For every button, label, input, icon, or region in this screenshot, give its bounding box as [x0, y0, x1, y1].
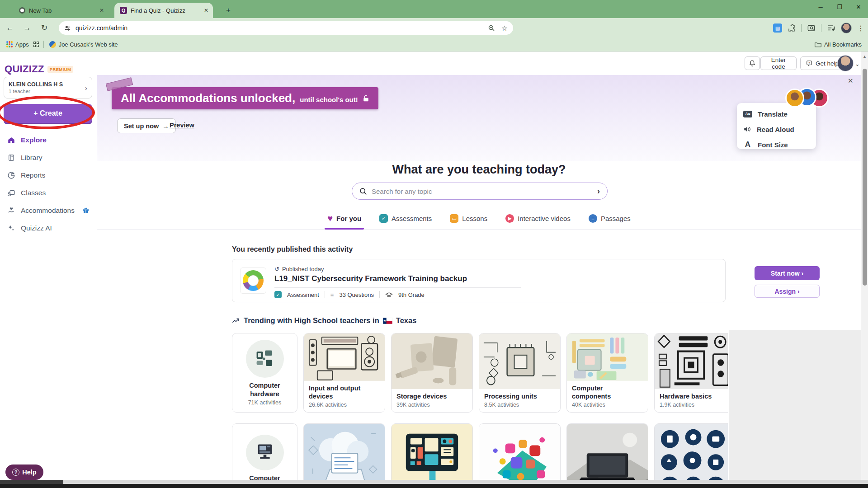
address-bar[interactable]: quizizz.com/admin ☆ [59, 21, 513, 35]
scroll-up-icon[interactable]: ▲ [863, 54, 867, 59]
scrollbar-thumb[interactable] [863, 69, 867, 286]
vertical-scrollbar[interactable]: ▲ [861, 52, 868, 488]
extensions-icon[interactable] [788, 24, 796, 32]
topic-card-input-output[interactable]: Input and output devices 26.6K activitie… [303, 333, 385, 413]
search-submit-icon[interactable]: › [597, 187, 600, 196]
all-bookmarks[interactable]: All Bookmarks [815, 41, 862, 48]
topic-card[interactable] [566, 423, 648, 480]
notifications-button[interactable] [745, 56, 760, 70]
quizizz-favicon-icon: Q [120, 7, 127, 14]
book-icon [7, 154, 15, 162]
side-search-icon[interactable] [807, 24, 816, 33]
preview-link[interactable]: Preview [170, 122, 194, 129]
apps-grid-icon[interactable] [6, 41, 13, 47]
assign-button[interactable]: Assign › [755, 285, 820, 298]
school-selector[interactable]: KLEIN COLLINS H S 1 teacher › [4, 77, 92, 99]
topic-card[interactable] [303, 423, 385, 480]
assessment-icon: ✓ [274, 291, 282, 298]
set-up-now-button[interactable]: Set up now → [117, 118, 176, 133]
create-button[interactable]: + Create [4, 104, 92, 123]
start-now-button[interactable]: Start now › [755, 266, 820, 280]
card-thumbnail [479, 424, 560, 480]
sidebar-item-label: Accommodations [21, 206, 75, 215]
topic-card-computer-software[interactable]: Computer software 114.9K activities [232, 423, 297, 480]
bookmark-item[interactable]: Joe Cusack's Web site [59, 41, 118, 48]
tab-close-icon[interactable]: ✕ [204, 7, 208, 14]
horizontal-scrollbar-thumb[interactable] [0, 480, 63, 484]
topic-card-hardware-basics[interactable]: Hardware basics 1.9K activities [654, 333, 728, 413]
help-label: Help [22, 469, 36, 476]
trending-row-2: Computer software 114.9K activities [232, 423, 728, 480]
menu-item-read-aloud[interactable]: Read Aloud [737, 122, 816, 137]
forward-button[interactable]: → [20, 21, 34, 35]
tab-interactive-videos[interactable]: ▶ Interactive videos [505, 212, 571, 229]
enter-code-button[interactable]: Enter code [760, 56, 797, 70]
premium-badge: PREMIUM [47, 66, 74, 73]
horizontal-scrollbar[interactable] [0, 480, 868, 484]
sidebar-item-reports[interactable]: Reports [0, 166, 97, 184]
tab-new-tab[interactable]: New Tab ✕ [14, 3, 108, 18]
new-tab-button[interactable]: + [222, 5, 234, 16]
topic-card[interactable] [479, 423, 561, 480]
tab-label: Lessons [462, 215, 487, 222]
topic-card[interactable] [391, 423, 473, 480]
zoom-icon[interactable] [488, 24, 495, 32]
window-close-button[interactable]: ✕ [849, 0, 868, 14]
sidebar-item-quizizz-ai[interactable]: Quizizz AI [0, 219, 97, 237]
pie-chart-icon [7, 171, 15, 179]
topic-card-storage-devices[interactable]: Storage devices 39K activities [391, 333, 473, 413]
topic-card-computer-hardware[interactable]: Computer hardware 71K activities [232, 333, 297, 413]
sidebar-item-accommodations[interactable]: Accommodations [0, 202, 97, 219]
speaker-icon [743, 126, 751, 133]
quizizz-logo: QUIZIZZ PREMIUM [5, 63, 73, 75]
topic-card-computer-components[interactable]: Computer components 40K activities [566, 333, 648, 413]
back-button[interactable]: ← [3, 21, 17, 35]
window-minimize-button[interactable]: ─ [811, 0, 830, 14]
tab-title: New Tab [29, 7, 52, 14]
bookmark-star-icon[interactable]: ☆ [501, 24, 508, 33]
apps-label[interactable]: Apps [15, 41, 29, 48]
card-thumbnail [392, 424, 472, 480]
browser-menu-icon[interactable]: ⋮ [857, 24, 864, 33]
chevron-down-icon[interactable]: ⌄ [855, 61, 860, 67]
tab-quizizz[interactable]: Q Find a Quiz - Quizizz ✕ [114, 3, 213, 18]
window-restore-button[interactable]: ❐ [830, 0, 849, 14]
sidebar-item-library[interactable]: Library [0, 149, 97, 166]
browser-profile-avatar[interactable] [841, 23, 852, 33]
tab-media-icon[interactable] [827, 24, 835, 32]
menu-item-translate[interactable]: A¤ Translate [737, 106, 816, 122]
topic-card-processing-units[interactable]: Processing units 8.5K activities [479, 333, 561, 413]
translate-icon: A¤ [743, 111, 752, 117]
tab-close-icon[interactable]: ✕ [99, 7, 104, 14]
recent-section-title: You recently published this activity [232, 245, 353, 253]
published-badge: ↺ Published today [274, 266, 324, 272]
menu-item-font-size[interactable]: A Font Size [737, 137, 816, 152]
accessibility-menu: A¤ Translate Read Aloud A Font Size [737, 103, 816, 149]
apps-shortcut-icon[interactable] [33, 42, 39, 47]
search-input[interactable] [372, 188, 593, 195]
meta-type: Assessment [287, 291, 319, 298]
published-activity-card[interactable]: ↺ Published today L19_NIST Cybersecurity… [232, 259, 726, 302]
reading-list-icon[interactable]: ▤ [773, 23, 782, 33]
browser-window: New Tab ✕ Q Find a Quiz - Quizizz ✕ + ─ … [0, 0, 868, 488]
tab-for-you[interactable]: ♥ For you [327, 212, 361, 229]
texas-flag-icon: ★ [383, 318, 392, 324]
card-thumbnail [304, 333, 385, 381]
tab-passages[interactable]: ≡ Passages [589, 212, 631, 229]
reload-button[interactable]: ↻ [37, 21, 52, 35]
sidebar-item-classes[interactable]: Classes [0, 184, 97, 202]
banner-close-icon[interactable]: ✕ [848, 77, 854, 85]
trending-row-1: Computer hardware 71K activities Input a… [232, 333, 728, 413]
trending-icon [232, 318, 240, 324]
help-button[interactable]: ? Help [5, 465, 43, 480]
tab-lessons[interactable]: ▭ Lessons [450, 212, 487, 229]
svg-text:★: ★ [383, 319, 386, 322]
tab-assessments[interactable]: ✓ Assessments [379, 212, 432, 229]
classes-icon [7, 189, 15, 197]
topic-card[interactable] [654, 423, 728, 480]
account-avatar[interactable] [837, 55, 854, 71]
history-icon: ↺ [274, 266, 279, 272]
sidebar-item-explore[interactable]: Explore [0, 131, 97, 149]
hand-heart-icon [7, 206, 15, 215]
site-settings-icon[interactable] [64, 25, 71, 32]
